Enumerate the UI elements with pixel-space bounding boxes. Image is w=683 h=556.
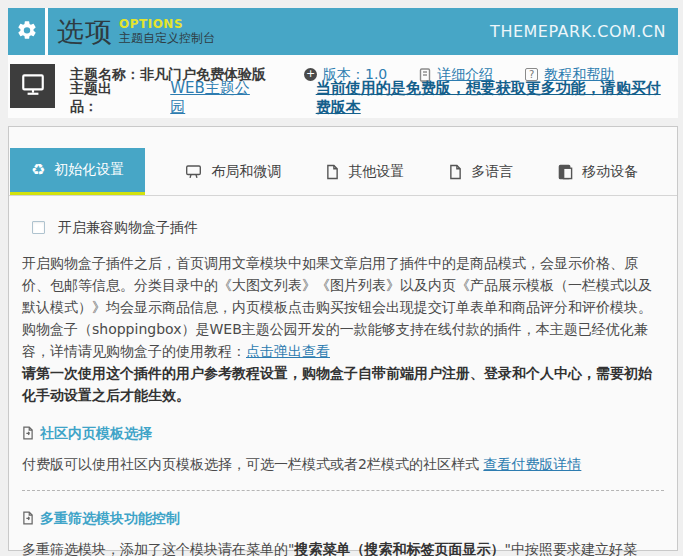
page-header: 选项 OPTIONS 主题自定义控制台 THEMEPARK.COM.CN	[8, 8, 678, 55]
multi-filter-heading-label: 多重筛选模块功能控制	[40, 507, 180, 529]
community-template-heading: 社区内页模板选择	[22, 422, 664, 444]
options-panel-page: 选项 OPTIONS 主题自定义控制台 THEMEPARK.COM.CN 主题名…	[8, 8, 678, 551]
tab-content: 开启兼容购物盒子插件 开启购物盒子插件之后，首页调用文章模块中如果文章启用了插件…	[9, 196, 677, 556]
multi-filter-note: 多重筛选模块，添加了这个模块请在菜单的"搜索菜单（搜索和标签页面显示）"中按照要…	[22, 538, 664, 556]
shopbox-checkbox-row: 开启兼容购物盒子插件	[32, 216, 664, 238]
shopbox-checkbox-label: 开启兼容购物盒子插件	[58, 216, 198, 238]
header-main: 选项 OPTIONS 主题自定义控制台 THEMEPARK.COM.CN	[48, 8, 678, 55]
paid-version-link[interactable]: 查看付费版详情	[483, 456, 581, 472]
tab-label: 布局和微调	[211, 163, 281, 181]
console-subtitle: 主题自定义控制台	[119, 32, 215, 46]
first-use-warning: 请第一次使用这个插件的用户参考教程设置，购物盒子自带前端用户注册、登录和个人中心…	[22, 362, 664, 406]
multi-filter-heading: 多重筛选模块功能控制	[22, 507, 664, 529]
gear-icon	[16, 19, 38, 45]
multi-filter-note-pre: 多重筛选模块，添加了这个模块请在菜单的"	[22, 541, 294, 556]
tab-init-settings[interactable]: ♻ 初始化设置	[10, 148, 145, 195]
page-title: 选项	[57, 18, 113, 45]
tab-label: 初始化设置	[54, 161, 124, 179]
tab-multilanguage[interactable]: 多语言	[431, 148, 531, 195]
monitor-icon	[20, 71, 46, 101]
page-icon	[449, 164, 462, 180]
gear-block	[8, 8, 48, 55]
theme-info-lines: 主题名称：非凡门户免费体验版 + 版本：1.0 详细介绍	[70, 63, 668, 109]
tab-label: 其他设置	[348, 163, 404, 181]
popup-view-link[interactable]: 点击弹出查看	[246, 343, 330, 359]
dashed-divider	[22, 490, 664, 491]
community-template-heading-label: 社区内页模板选择	[40, 422, 152, 444]
board-icon	[185, 164, 202, 180]
upgrade-notice-link[interactable]: 当前使用的是免费版，想要获取更多功能，请购买付费版本	[316, 79, 668, 117]
tab-layout-tweaks[interactable]: 布局和微调	[167, 148, 299, 195]
community-template-note-text: 付费版可以使用社区内页模板选择，可选一栏模式或者2栏模式的社区样式	[22, 456, 483, 472]
search-menu-bold: 搜索菜单（搜索和标签页面显示）	[294, 541, 504, 556]
publisher-link[interactable]: WEB主题公园	[170, 79, 255, 117]
page-subtitle-block: OPTIONS 主题自定义控制台	[119, 18, 215, 46]
shopbox-description: 开启购物盒子插件之后，首页调用文章模块中如果文章启用了插件中的是商品模式，会显示…	[22, 252, 664, 318]
settings-panel: ♻ 初始化设置 布局和微调	[8, 126, 678, 551]
tab-mobile-devices[interactable]: 移动设备	[540, 148, 656, 195]
recycle-icon: ♻	[31, 162, 45, 178]
theme-info-row-2: 主题出品： WEB主题公园 当前使用的是免费版，想要获取更多功能，请购买付费版本	[70, 86, 668, 109]
shopbox-checkbox[interactable]	[32, 221, 45, 234]
shopbox-plugin-note: 购物盒子（shoppingbox）是WEB主题公园开发的一款能够支持在线付款的插…	[22, 318, 664, 362]
monitor-block	[10, 64, 55, 108]
tab-other-settings[interactable]: 其他设置	[308, 148, 422, 195]
shopbox-plugin-note-text: 购物盒子（shoppingbox）是WEB主题公园开发的一款能够支持在线付款的插…	[22, 321, 648, 359]
section-page-icon	[22, 511, 34, 525]
page-icon	[326, 164, 339, 180]
section-page-icon	[22, 426, 34, 440]
tab-bar: ♻ 初始化设置 布局和微调	[9, 127, 677, 196]
theme-info-bar: 主题名称：非凡门户免费体验版 + 版本：1.0 详细介绍	[8, 55, 678, 118]
site-link[interactable]: THEMEPARK.COM.CN	[490, 22, 666, 41]
options-label: OPTIONS	[119, 18, 215, 32]
tab-label: 多语言	[471, 163, 513, 181]
community-template-note: 付费版可以使用社区内页模板选择，可选一栏模式或者2栏模式的社区样式 查看付费版详…	[22, 453, 664, 475]
tab-label: 移动设备	[582, 163, 638, 181]
publisher-label: 主题出品：	[70, 80, 133, 116]
device-icon	[558, 164, 573, 180]
